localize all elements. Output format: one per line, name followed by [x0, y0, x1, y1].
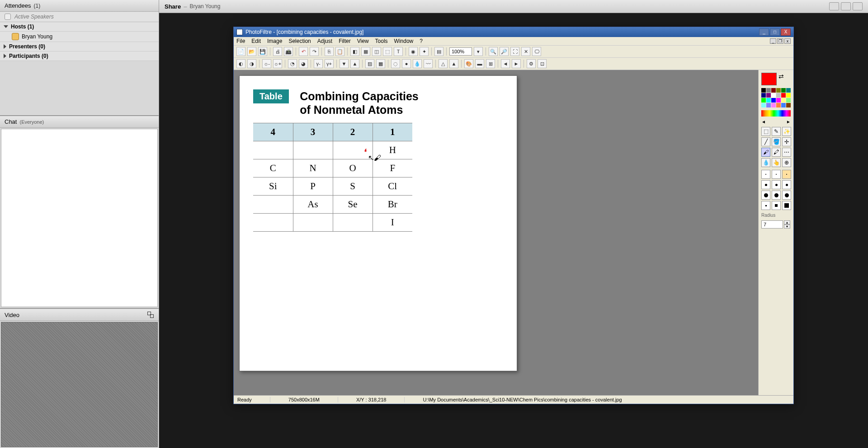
brush-sq-2[interactable]: [772, 201, 781, 210]
antidust-button[interactable]: ●: [402, 59, 411, 68]
explorer-button[interactable]: ▤: [434, 47, 443, 56]
copy-button[interactable]: ⎘: [325, 47, 334, 56]
color-swatch[interactable]: [786, 88, 791, 93]
menu-tools[interactable]: Tools: [375, 38, 388, 44]
mdi-min[interactable]: _: [770, 38, 776, 44]
zoom-in-button[interactable]: 🔍: [489, 47, 498, 56]
auto-contrast-button[interactable]: ◑: [247, 59, 256, 68]
presenters-row[interactable]: Presenters (0): [0, 42, 159, 51]
saturation-plus-button[interactable]: ▲: [350, 59, 359, 68]
photomask-button[interactable]: ▬: [475, 59, 484, 68]
fit-image-button[interactable]: ✕: [521, 47, 530, 56]
mdi-restore[interactable]: ❐: [777, 38, 783, 44]
smudge-tool[interactable]: 👆: [772, 158, 781, 167]
arrow-left-icon[interactable]: ◄: [761, 119, 766, 124]
pf-titlebar[interactable]: PhotoFiltre - [combining capacities - co…: [234, 27, 793, 37]
color-swatch[interactable]: [786, 93, 791, 98]
canvas-size-button[interactable]: ⬚: [383, 47, 392, 56]
dust-button[interactable]: ◌: [391, 59, 400, 68]
expand-icon[interactable]: [147, 311, 154, 318]
zoom-dropdown[interactable]: ▾: [474, 47, 483, 56]
color-swatch[interactable]: [766, 88, 771, 93]
fit-window-button[interactable]: ⛶: [510, 47, 519, 56]
open-button[interactable]: 📂: [247, 47, 256, 56]
more-tools[interactable]: ⋯: [782, 148, 791, 157]
pipette-tool[interactable]: ✎: [772, 127, 781, 136]
radius-up[interactable]: ▲: [784, 220, 790, 224]
view-button-2[interactable]: [841, 2, 851, 10]
color-swatch[interactable]: [786, 98, 791, 103]
menu-selection[interactable]: Selection: [288, 38, 311, 44]
text-button[interactable]: T: [394, 47, 403, 56]
menu-adjust[interactable]: Adjust: [317, 38, 332, 44]
menu-?[interactable]: ?: [420, 38, 423, 44]
color-swatch[interactable]: [776, 103, 781, 107]
module-button[interactable]: ⊞: [486, 59, 495, 68]
color-swatch[interactable]: [776, 88, 781, 93]
arrow-right-icon[interactable]: ►: [786, 119, 791, 124]
contrast-minus-button[interactable]: ◔: [288, 59, 297, 68]
view-button-1[interactable]: [829, 2, 839, 10]
new-button[interactable]: 📄: [236, 47, 245, 56]
color-swatch[interactable]: [781, 103, 786, 107]
color-swatch[interactable]: [766, 98, 771, 103]
next-image-button[interactable]: ►: [512, 59, 521, 68]
color-swatch[interactable]: [761, 103, 766, 107]
gamma-plus-button[interactable]: γ+: [325, 59, 334, 68]
menu-window[interactable]: Window: [394, 38, 414, 44]
color-swatch[interactable]: [776, 98, 781, 103]
color-swatch[interactable]: [761, 98, 766, 103]
sharpen-button[interactable]: △: [439, 59, 448, 68]
auto-levels-button[interactable]: ◐: [236, 59, 245, 68]
blur-button[interactable]: 〰: [424, 59, 433, 68]
scan-button[interactable]: 📠: [284, 47, 293, 56]
brightness-plus-button[interactable]: ☼+: [273, 59, 282, 68]
color-swatch[interactable]: [781, 98, 786, 103]
selection-tool[interactable]: ⬚: [761, 127, 770, 136]
prev-image-button[interactable]: ◄: [501, 59, 510, 68]
redo-button[interactable]: ↷: [310, 47, 319, 56]
brightness-minus-button[interactable]: ☼-: [262, 59, 271, 68]
zoom-out-button[interactable]: 🔎: [500, 47, 509, 56]
menu-view[interactable]: View: [357, 38, 369, 44]
menu-image[interactable]: Image: [267, 38, 282, 44]
brush-tool[interactable]: 🖌: [761, 148, 770, 157]
grayscale-button[interactable]: ▨: [365, 59, 374, 68]
active-speakers-row[interactable]: Active Speakers: [0, 12, 159, 22]
brush-dot-8[interactable]: [772, 191, 781, 200]
participants-row[interactable]: Participants (0): [0, 51, 159, 61]
video-header[interactable]: Video: [0, 309, 159, 321]
chat-header[interactable]: Chat (Everyone): [0, 116, 159, 128]
brush-dot-7[interactable]: [761, 191, 770, 200]
attendees-header[interactable]: Attendees (1): [0, 0, 159, 12]
color-swatch[interactable]: [761, 93, 766, 98]
blur-tool[interactable]: 💧: [761, 158, 770, 167]
color-swatch[interactable]: [786, 103, 791, 107]
minimize-button[interactable]: _: [759, 28, 769, 36]
image-size-button[interactable]: ◫: [372, 47, 381, 56]
undo-button[interactable]: ↶: [299, 47, 308, 56]
print-button[interactable]: 🖨: [273, 47, 282, 56]
preferences-button[interactable]: ⊡: [538, 59, 547, 68]
brush-dot-5[interactable]: [772, 180, 781, 189]
fullscreen-button[interactable]: [853, 2, 863, 10]
color-swatch[interactable]: [771, 93, 776, 98]
mdi-close[interactable]: x: [784, 38, 791, 44]
menu-filter[interactable]: Filter: [339, 38, 351, 44]
color-swatch[interactable]: [781, 88, 786, 93]
foreground-color[interactable]: [761, 73, 777, 85]
soften-button[interactable]: 💧: [413, 59, 422, 68]
brush-dot-2[interactable]: [772, 170, 781, 179]
advanced-brush-tool[interactable]: 🖍: [772, 148, 781, 157]
brush-dot-1[interactable]: [761, 170, 770, 179]
menu-file[interactable]: File: [236, 38, 245, 44]
paste-button[interactable]: 📋: [335, 47, 344, 56]
adjust-button[interactable]: ✦: [420, 47, 429, 56]
saturation-minus-button[interactable]: ▼: [340, 59, 349, 68]
host-entry[interactable]: Bryan Young: [0, 32, 159, 42]
color-swatch[interactable]: [776, 93, 781, 98]
reinforce-button[interactable]: ▲: [449, 59, 458, 68]
color-swatch[interactable]: [771, 88, 776, 93]
brush-sq-1[interactable]: [761, 201, 770, 210]
close-button[interactable]: X: [781, 28, 791, 36]
